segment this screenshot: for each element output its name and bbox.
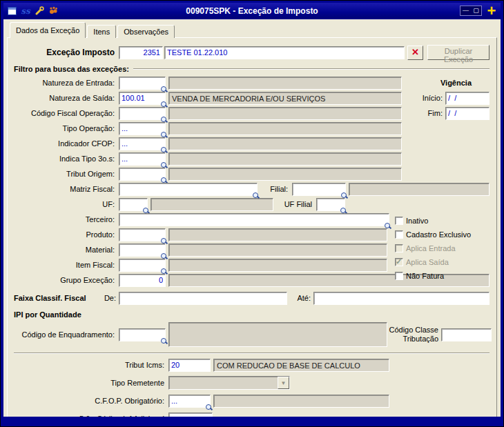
tipo-operacao-input[interactable] — [119, 122, 166, 135]
vigencia-fim-input[interactable] — [445, 107, 490, 120]
paw-icon[interactable] — [48, 6, 59, 16]
checkbox-inativo[interactable]: Inativo — [395, 214, 498, 228]
row-cfop-obrigatorio: C.F.O.P. Obrigatório: — [14, 392, 490, 410]
codigo-classe-tributacao-label: Código Classe Tributação — [387, 326, 441, 343]
lookup-icon[interactable] — [161, 338, 166, 344]
row-indicador-cfop: Indicador CFOP: — [14, 136, 490, 151]
tipo-remetente-value — [169, 377, 278, 389]
tipo-operacao-wrap — [119, 122, 166, 135]
clear-button[interactable]: ✕ — [407, 46, 423, 60]
codigo-inf-adicional-input[interactable] — [168, 413, 213, 417]
lookup-icon[interactable] — [340, 208, 346, 213]
titlebar-icons: ss — [6, 6, 59, 16]
chevron-down-icon[interactable]: ▼ — [278, 377, 289, 389]
form-icon[interactable] — [6, 6, 17, 16]
codigo-fiscal-operacao-input[interactable] — [119, 107, 166, 120]
material-input[interactable] — [119, 244, 166, 257]
terceiro-input[interactable] — [119, 213, 389, 226]
checkbox-aplica-saida: Aplica Saída — [395, 255, 498, 269]
codigo-fiscal-operacao-desc — [168, 107, 402, 120]
faixa-ate-input[interactable] — [313, 292, 490, 305]
indicador-cfop-input[interactable] — [119, 137, 166, 150]
lookup-icon[interactable] — [161, 253, 166, 259]
checkbox-label: Cadastro Exclusivo — [406, 230, 471, 239]
checkbox-nao-fatura[interactable]: Não Fatura — [395, 269, 498, 283]
tab-itens[interactable]: Itens — [87, 25, 116, 38]
checkbox-label: Inativo — [406, 217, 428, 225]
lookup-icon[interactable] — [161, 132, 166, 137]
minmax-box: — ▢ — [460, 6, 482, 16]
maximize-button[interactable]: ▢ — [471, 6, 481, 15]
lookup-icon[interactable] — [161, 101, 166, 107]
excecao-descricao-input[interactable] — [164, 46, 405, 59]
tab-strip: Dados da Exceção Itens Observações — [7, 22, 497, 38]
natureza-saida-wrap — [119, 92, 166, 105]
lookup-icon[interactable] — [161, 177, 166, 183]
lookup-icon[interactable] — [161, 268, 166, 274]
checkbox-label: Aplica Saída — [406, 258, 449, 266]
duplicar-excecao-button[interactable]: Duplicar Exceção — [427, 45, 490, 60]
codigo-enquadramento-label: Código de Enquadramento: — [14, 330, 119, 339]
faixa-title: Faixa Classif. Fiscal — [14, 294, 95, 302]
natureza-entrada-code-input[interactable] — [119, 77, 166, 90]
checkbox-box — [395, 244, 403, 252]
checkbox-group: Inativo Cadastro Exclusivo Aplica Entrad… — [395, 214, 498, 283]
checkbox-box[interactable] — [395, 272, 403, 280]
tab-observacoes[interactable]: Observações — [117, 25, 175, 38]
uf-label: UF: — [14, 200, 119, 208]
row-natureza-saida: Natureza de Saída: VENDA DE MERCADORIA E… — [14, 90, 490, 106]
lookup-icon[interactable] — [143, 208, 148, 213]
faixa-de-input[interactable] — [119, 292, 287, 305]
plus-button[interactable]: + — [485, 5, 498, 17]
section-separator — [14, 352, 490, 354]
filial-code-input[interactable] — [292, 183, 346, 196]
natureza-entrada-label: Natureza de Entrada: — [14, 79, 119, 87]
lookup-icon[interactable] — [161, 238, 166, 244]
faixa-de-label: De: — [95, 294, 119, 302]
ipi-section-title: IPI por Quantidade — [14, 310, 81, 319]
lookup-icon[interactable] — [341, 192, 347, 198]
checkbox-cadastro-exclusivo[interactable]: Cadastro Exclusivo — [395, 228, 498, 241]
lookup-icon[interactable] — [161, 162, 166, 168]
vigencia-title: Vigência — [440, 79, 472, 87]
inicio-slot: Início: — [402, 92, 490, 105]
tribut-origem-input[interactable] — [119, 168, 166, 181]
lookup-icon[interactable] — [161, 147, 166, 152]
tribut-icms-input[interactable] — [168, 359, 211, 372]
codigo-enquadramento-input[interactable] — [119, 328, 166, 341]
produto-desc — [168, 228, 387, 241]
produto-input[interactable] — [119, 228, 166, 241]
item-fiscal-wrap — [119, 259, 166, 272]
vigencia-inicio-input[interactable] — [445, 92, 490, 105]
minimize-button[interactable]: — — [461, 6, 471, 15]
excecao-imposto-label: Exceção Imposto — [14, 48, 119, 57]
lookup-icon[interactable] — [161, 86, 166, 92]
tipo-remetente-select[interactable]: ▼ — [168, 376, 290, 390]
fim-slot: Fim: — [402, 107, 490, 120]
tribut-icms-desc: COM REDUCAO DE BASE DE CALCULO — [213, 359, 389, 372]
tipo-remetente-label: Tipo Remetente — [14, 379, 168, 387]
grupo-excecao-input[interactable] — [119, 274, 166, 287]
matriz-fiscal-input[interactable] — [119, 183, 258, 196]
tab-dados-da-excecao[interactable]: Dados da Exceção — [10, 22, 86, 38]
lookup-icon[interactable] — [161, 117, 166, 122]
material-desc — [168, 244, 387, 257]
codigo-classe-tributacao-input[interactable] — [441, 328, 492, 341]
checkbox-box[interactable] — [395, 217, 403, 225]
cfop-obrigatorio-input[interactable] — [168, 395, 211, 408]
filtro-section-title: Filtro para busca das exceções: — [14, 65, 129, 73]
indica-tipo-3os-wrap — [119, 152, 166, 166]
lookup-icon[interactable] — [206, 404, 211, 410]
checkbox-box[interactable] — [395, 230, 403, 239]
lookup-icon[interactable] — [253, 192, 258, 198]
wrench-icon[interactable] — [34, 6, 45, 16]
row-faixa-classif-fiscal: Faixa Classif. Fiscal De: Até: — [14, 289, 490, 307]
program-icon[interactable]: ss — [20, 6, 31, 16]
indicador-cfop-desc — [168, 137, 402, 150]
excecao-codigo-input[interactable] — [119, 46, 163, 59]
item-fiscal-input[interactable] — [119, 259, 166, 272]
lookup-icon[interactable] — [385, 223, 390, 228]
natureza-saida-code-input[interactable] — [119, 92, 166, 105]
terceiro-wrap — [119, 213, 389, 226]
indica-tipo-3os-input[interactable] — [119, 152, 166, 166]
